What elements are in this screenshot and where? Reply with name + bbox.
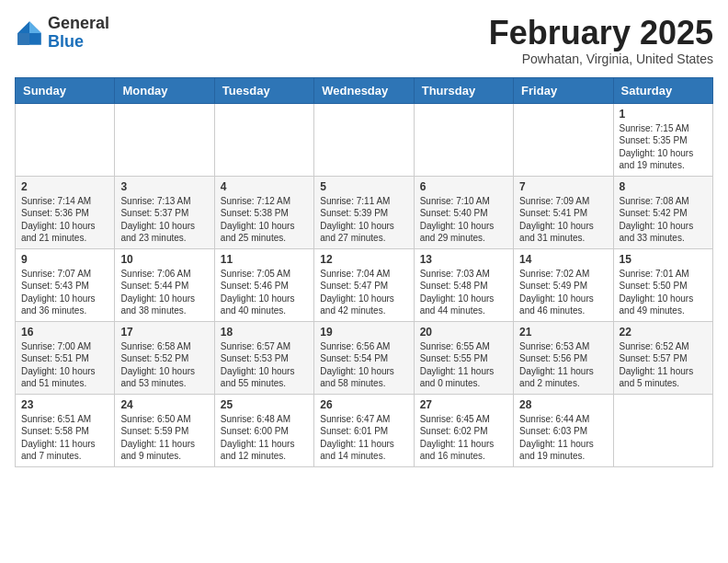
weekday-header-wednesday: Wednesday: [314, 77, 414, 103]
calendar-cell: 21Sunrise: 6:53 AMSunset: 5:56 PMDayligh…: [514, 321, 613, 394]
weekday-header-sunday: Sunday: [16, 77, 115, 103]
calendar-cell: 22Sunrise: 6:52 AMSunset: 5:57 PMDayligh…: [613, 321, 712, 394]
day-number: 1: [620, 108, 707, 121]
calendar-cell: 6Sunrise: 7:10 AMSunset: 5:40 PMDaylight…: [414, 176, 513, 248]
day-info: Sunrise: 7:14 AMSunset: 5:36 PMDaylight:…: [21, 195, 108, 245]
calendar-cell: 27Sunrise: 6:45 AMSunset: 6:02 PMDayligh…: [414, 394, 513, 466]
day-number: 11: [221, 253, 308, 266]
calendar-cell: 23Sunrise: 6:51 AMSunset: 5:58 PMDayligh…: [16, 394, 115, 466]
calendar-cell: [613, 394, 712, 466]
week-row-4: 16Sunrise: 7:00 AMSunset: 5:51 PMDayligh…: [16, 321, 713, 394]
day-number: 12: [320, 253, 407, 266]
day-number: 28: [519, 398, 607, 411]
calendar-cell: 11Sunrise: 7:05 AMSunset: 5:46 PMDayligh…: [214, 248, 313, 321]
day-info: Sunrise: 7:02 AMSunset: 5:49 PMDaylight:…: [519, 268, 607, 317]
calendar-cell: 24Sunrise: 6:50 AMSunset: 5:59 PMDayligh…: [115, 394, 214, 466]
day-number: 22: [620, 326, 707, 339]
day-info: Sunrise: 6:44 AMSunset: 6:03 PMDaylight:…: [519, 413, 607, 463]
day-info: Sunrise: 7:01 AMSunset: 5:50 PMDaylight:…: [620, 268, 707, 317]
day-info: Sunrise: 6:48 AMSunset: 6:00 PMDaylight:…: [221, 413, 308, 463]
day-number: 14: [519, 253, 607, 266]
day-number: 4: [221, 180, 308, 193]
day-number: 7: [519, 180, 607, 193]
day-info: Sunrise: 7:03 AMSunset: 5:48 PMDaylight:…: [420, 268, 507, 317]
calendar-cell: 18Sunrise: 6:57 AMSunset: 5:53 PMDayligh…: [214, 321, 313, 394]
svg-marker-2: [17, 33, 29, 45]
day-info: Sunrise: 7:04 AMSunset: 5:47 PMDaylight:…: [320, 268, 407, 317]
day-number: 10: [120, 253, 208, 266]
day-info: Sunrise: 6:52 AMSunset: 5:57 PMDaylight:…: [620, 340, 707, 390]
weekday-header-thursday: Thursday: [414, 77, 513, 103]
svg-marker-1: [29, 21, 41, 33]
day-info: Sunrise: 7:10 AMSunset: 5:40 PMDaylight:…: [420, 195, 507, 245]
calendar-cell: [115, 103, 214, 176]
day-info: Sunrise: 6:57 AMSunset: 5:53 PMDaylight:…: [221, 340, 308, 390]
day-info: Sunrise: 7:07 AMSunset: 5:43 PMDaylight:…: [21, 268, 108, 317]
weekday-header-saturday: Saturday: [613, 77, 712, 103]
calendar-cell: 28Sunrise: 6:44 AMSunset: 6:03 PMDayligh…: [514, 394, 613, 466]
calendar-cell: 5Sunrise: 7:11 AMSunset: 5:39 PMDaylight…: [314, 176, 414, 248]
calendar-cell: 20Sunrise: 6:55 AMSunset: 5:55 PMDayligh…: [414, 321, 513, 394]
calendar-cell: 8Sunrise: 7:08 AMSunset: 5:42 PMDaylight…: [613, 176, 712, 248]
calendar-cell: [214, 103, 313, 176]
title-block: February 2025 Powhatan, Virginia, United…: [489, 15, 713, 66]
calendar-cell: 7Sunrise: 7:09 AMSunset: 5:41 PMDaylight…: [514, 176, 613, 248]
day-info: Sunrise: 7:12 AMSunset: 5:38 PMDaylight:…: [221, 195, 308, 245]
day-info: Sunrise: 6:45 AMSunset: 6:02 PMDaylight:…: [420, 413, 507, 463]
calendar-cell: 17Sunrise: 6:58 AMSunset: 5:52 PMDayligh…: [115, 321, 214, 394]
day-number: 16: [21, 326, 108, 339]
logo: General Blue: [15, 15, 109, 52]
day-number: 6: [420, 180, 507, 193]
logo-icon: [15, 18, 44, 48]
calendar-cell: 12Sunrise: 7:04 AMSunset: 5:47 PMDayligh…: [314, 248, 414, 321]
calendar-cell: 19Sunrise: 6:56 AMSunset: 5:54 PMDayligh…: [314, 321, 414, 394]
day-info: Sunrise: 7:09 AMSunset: 5:41 PMDaylight:…: [519, 195, 607, 245]
day-info: Sunrise: 7:15 AMSunset: 5:35 PMDaylight:…: [620, 122, 707, 172]
day-info: Sunrise: 7:13 AMSunset: 5:37 PMDaylight:…: [120, 195, 208, 245]
calendar-cell: 15Sunrise: 7:01 AMSunset: 5:50 PMDayligh…: [613, 248, 712, 321]
day-number: 24: [120, 398, 208, 411]
day-number: 19: [320, 326, 407, 339]
day-number: 18: [221, 326, 308, 339]
location: Powhatan, Virginia, United States: [489, 52, 713, 66]
calendar-cell: 1Sunrise: 7:15 AMSunset: 5:35 PMDaylight…: [613, 103, 712, 176]
day-number: 20: [420, 326, 507, 339]
day-number: 2: [21, 180, 108, 193]
day-info: Sunrise: 6:53 AMSunset: 5:56 PMDaylight:…: [519, 340, 607, 390]
week-row-3: 9Sunrise: 7:07 AMSunset: 5:43 PMDaylight…: [16, 248, 713, 321]
day-number: 26: [320, 398, 407, 411]
day-number: 25: [221, 398, 308, 411]
calendar-cell: 25Sunrise: 6:48 AMSunset: 6:00 PMDayligh…: [214, 394, 313, 466]
day-number: 9: [21, 253, 108, 266]
day-info: Sunrise: 7:00 AMSunset: 5:51 PMDaylight:…: [21, 340, 108, 390]
day-number: 21: [519, 326, 607, 339]
week-row-1: 1Sunrise: 7:15 AMSunset: 5:35 PMDaylight…: [16, 103, 713, 176]
calendar-cell: 16Sunrise: 7:00 AMSunset: 5:51 PMDayligh…: [16, 321, 115, 394]
day-info: Sunrise: 6:58 AMSunset: 5:52 PMDaylight:…: [120, 340, 208, 390]
day-number: 13: [420, 253, 507, 266]
day-info: Sunrise: 6:51 AMSunset: 5:58 PMDaylight:…: [21, 413, 108, 463]
weekday-header-friday: Friday: [514, 77, 613, 103]
weekday-header-monday: Monday: [115, 77, 214, 103]
calendar-cell: 4Sunrise: 7:12 AMSunset: 5:38 PMDaylight…: [214, 176, 313, 248]
day-info: Sunrise: 6:56 AMSunset: 5:54 PMDaylight:…: [320, 340, 407, 390]
day-number: 27: [420, 398, 507, 411]
day-info: Sunrise: 6:50 AMSunset: 5:59 PMDaylight:…: [120, 413, 208, 463]
week-row-2: 2Sunrise: 7:14 AMSunset: 5:36 PMDaylight…: [16, 176, 713, 248]
weekday-header-tuesday: Tuesday: [214, 77, 313, 103]
day-number: 17: [120, 326, 208, 339]
month-title: February 2025: [489, 15, 713, 52]
day-number: 5: [320, 180, 407, 193]
day-number: 23: [21, 398, 108, 411]
calendar-cell: [314, 103, 414, 176]
calendar-cell: [514, 103, 613, 176]
day-info: Sunrise: 7:11 AMSunset: 5:39 PMDaylight:…: [320, 195, 407, 245]
calendar-cell: 13Sunrise: 7:03 AMSunset: 5:48 PMDayligh…: [414, 248, 513, 321]
day-info: Sunrise: 7:08 AMSunset: 5:42 PMDaylight:…: [620, 195, 707, 245]
weekday-header-row: SundayMondayTuesdayWednesdayThursdayFrid…: [16, 77, 713, 103]
day-info: Sunrise: 6:55 AMSunset: 5:55 PMDaylight:…: [420, 340, 507, 390]
calendar-cell: [414, 103, 513, 176]
day-number: 3: [120, 180, 208, 193]
calendar-cell: 2Sunrise: 7:14 AMSunset: 5:36 PMDaylight…: [16, 176, 115, 248]
calendar-cell: 9Sunrise: 7:07 AMSunset: 5:43 PMDaylight…: [16, 248, 115, 321]
